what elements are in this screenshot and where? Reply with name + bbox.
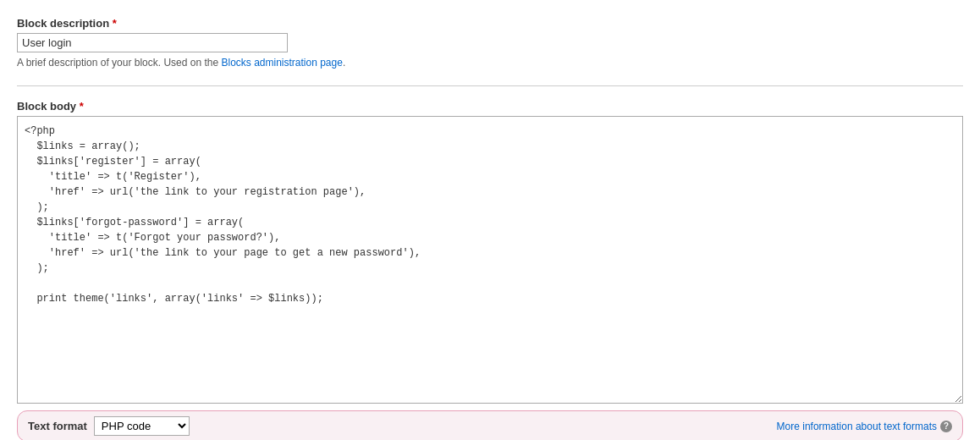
block-body-section: Block body * <?php $links = array(); $li… [17,85,963,404]
body-label-text: Block body [17,100,76,113]
block-description-label: Block description * [17,17,963,30]
code-editor-wrapper: <?php $links = array(); $links['register… [17,116,963,404]
block-description-help: A brief description of your block. Used … [17,57,963,69]
block-description-input[interactable] [17,33,288,52]
bottom-section: Text format Filtered HTML Full HTML PHP … [17,410,963,440]
block-description-section: Block description * A brief description … [17,17,963,69]
label-text: Block description [17,17,109,30]
more-info-text: More information about text formats [777,421,937,432]
text-format-label: Text format [28,420,87,432]
body-required-marker: * [76,100,84,113]
required-marker: * [109,17,117,30]
block-body-label: Block body * [17,100,963,113]
help-text-before: A brief description of your block. Used … [17,57,221,69]
blocks-admin-link[interactable]: Blocks administration page [221,57,342,69]
text-format-select[interactable]: Filtered HTML Full HTML PHP code Plain t… [94,416,190,436]
more-info-link[interactable]: More information about text formats ? [777,421,952,432]
block-body-textarea[interactable]: <?php $links = array(); $links['register… [17,116,963,404]
help-icon: ? [940,421,952,432]
text-format-bar: Text format Filtered HTML Full HTML PHP … [17,410,963,440]
help-text-after: . [343,57,345,69]
text-format-left: Text format Filtered HTML Full HTML PHP … [28,416,190,436]
